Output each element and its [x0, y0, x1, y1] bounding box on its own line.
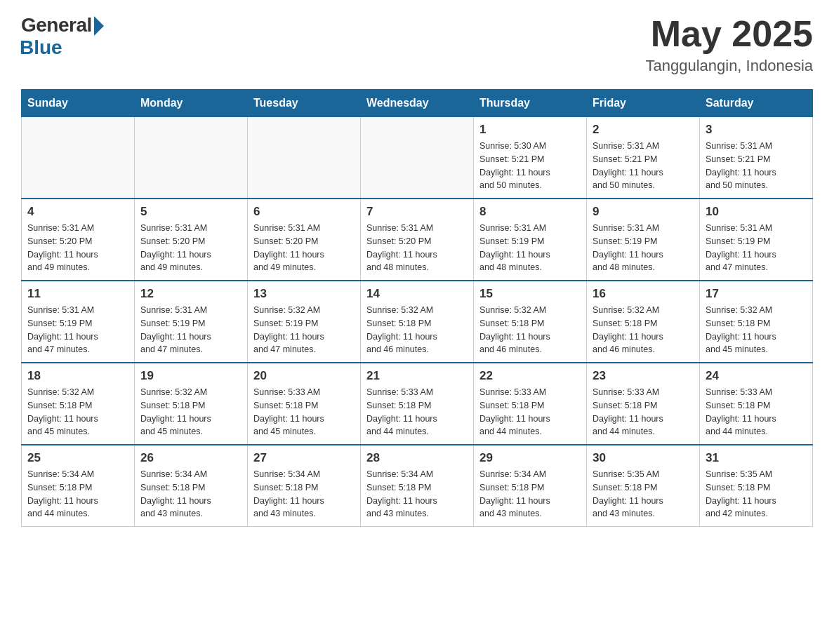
day-info: Sunrise: 5:31 AMSunset: 5:21 PMDaylight:… — [706, 140, 807, 192]
day-number: 26 — [140, 451, 241, 465]
day-number: 21 — [366, 369, 468, 383]
day-info: Sunrise: 5:32 AMSunset: 5:18 PMDaylight:… — [27, 386, 128, 438]
day-number: 11 — [27, 287, 128, 301]
day-info: Sunrise: 5:34 AMSunset: 5:18 PMDaylight:… — [140, 468, 241, 521]
calendar-cell: 5Sunrise: 5:31 AMSunset: 5:20 PMDaylight… — [135, 199, 248, 281]
day-info: Sunrise: 5:31 AMSunset: 5:20 PMDaylight:… — [253, 222, 355, 274]
day-info: Sunrise: 5:33 AMSunset: 5:18 PMDaylight:… — [366, 386, 468, 438]
day-number: 22 — [479, 369, 581, 383]
calendar-cell: 26Sunrise: 5:34 AMSunset: 5:18 PMDayligh… — [135, 445, 248, 527]
calendar-cell: 22Sunrise: 5:33 AMSunset: 5:18 PMDayligh… — [474, 363, 587, 445]
day-number: 7 — [366, 205, 468, 219]
logo-general-text: General — [21, 14, 92, 36]
calendar-cell: 29Sunrise: 5:34 AMSunset: 5:18 PMDayligh… — [474, 445, 587, 527]
day-number: 2 — [593, 123, 694, 137]
calendar-cell: 2Sunrise: 5:31 AMSunset: 5:21 PMDaylight… — [587, 117, 700, 199]
page-header: General Blue May 2025 Tanggulangin, Indo… — [21, 14, 813, 75]
calendar-location: Tanggulangin, Indonesia — [645, 57, 813, 75]
day-info: Sunrise: 5:35 AMSunset: 5:18 PMDaylight:… — [706, 468, 807, 521]
day-number: 14 — [366, 287, 468, 301]
calendar-header-row: SundayMondayTuesdayWednesdayThursdayFrid… — [22, 90, 813, 117]
day-number: 12 — [140, 287, 241, 301]
day-number: 19 — [140, 369, 241, 383]
calendar-cell: 1Sunrise: 5:30 AMSunset: 5:21 PMDaylight… — [474, 117, 587, 199]
day-number: 28 — [366, 451, 468, 465]
day-info: Sunrise: 5:33 AMSunset: 5:18 PMDaylight:… — [706, 386, 807, 438]
calendar-cell: 15Sunrise: 5:32 AMSunset: 5:18 PMDayligh… — [474, 281, 587, 363]
calendar-cell: 16Sunrise: 5:32 AMSunset: 5:18 PMDayligh… — [587, 281, 700, 363]
day-number: 15 — [479, 287, 581, 301]
calendar-cell: 11Sunrise: 5:31 AMSunset: 5:19 PMDayligh… — [22, 281, 135, 363]
day-info: Sunrise: 5:32 AMSunset: 5:18 PMDaylight:… — [479, 304, 581, 356]
day-info: Sunrise: 5:32 AMSunset: 5:18 PMDaylight:… — [140, 386, 241, 438]
calendar-cell: 23Sunrise: 5:33 AMSunset: 5:18 PMDayligh… — [587, 363, 700, 445]
day-info: Sunrise: 5:34 AMSunset: 5:18 PMDaylight:… — [27, 468, 128, 521]
day-info: Sunrise: 5:31 AMSunset: 5:20 PMDaylight:… — [366, 222, 468, 274]
calendar-table: SundayMondayTuesdayWednesdayThursdayFrid… — [21, 89, 813, 527]
day-number: 16 — [593, 287, 694, 301]
day-number: 25 — [27, 451, 128, 465]
day-number: 6 — [253, 205, 355, 219]
calendar-cell: 30Sunrise: 5:35 AMSunset: 5:18 PMDayligh… — [587, 445, 700, 527]
day-info: Sunrise: 5:32 AMSunset: 5:18 PMDaylight:… — [593, 304, 694, 356]
calendar-cell: 9Sunrise: 5:31 AMSunset: 5:19 PMDaylight… — [587, 199, 700, 281]
day-number: 1 — [479, 123, 581, 137]
calendar-cell: 8Sunrise: 5:31 AMSunset: 5:19 PMDaylight… — [474, 199, 587, 281]
calendar-cell: 18Sunrise: 5:32 AMSunset: 5:18 PMDayligh… — [22, 363, 135, 445]
day-number: 10 — [706, 205, 807, 219]
day-info: Sunrise: 5:34 AMSunset: 5:18 PMDaylight:… — [253, 468, 355, 521]
day-info: Sunrise: 5:31 AMSunset: 5:21 PMDaylight:… — [593, 140, 694, 192]
day-info: Sunrise: 5:31 AMSunset: 5:19 PMDaylight:… — [706, 222, 807, 274]
day-number: 5 — [140, 205, 241, 219]
calendar-cell: 7Sunrise: 5:31 AMSunset: 5:20 PMDaylight… — [361, 199, 474, 281]
calendar-cell: 13Sunrise: 5:32 AMSunset: 5:19 PMDayligh… — [248, 281, 361, 363]
day-info: Sunrise: 5:32 AMSunset: 5:19 PMDaylight:… — [253, 304, 355, 356]
logo: General Blue — [21, 14, 104, 59]
day-info: Sunrise: 5:34 AMSunset: 5:18 PMDaylight:… — [479, 468, 581, 521]
calendar-cell: 21Sunrise: 5:33 AMSunset: 5:18 PMDayligh… — [361, 363, 474, 445]
calendar-cell: 27Sunrise: 5:34 AMSunset: 5:18 PMDayligh… — [248, 445, 361, 527]
calendar-cell: 17Sunrise: 5:32 AMSunset: 5:18 PMDayligh… — [700, 281, 813, 363]
day-header-thursday: Thursday — [474, 90, 587, 117]
calendar-cell: 10Sunrise: 5:31 AMSunset: 5:19 PMDayligh… — [700, 199, 813, 281]
calendar-cell — [361, 117, 474, 199]
day-info: Sunrise: 5:31 AMSunset: 5:20 PMDaylight:… — [27, 222, 128, 274]
calendar-cell — [248, 117, 361, 199]
calendar-week-row: 4Sunrise: 5:31 AMSunset: 5:20 PMDaylight… — [22, 199, 813, 281]
day-number: 8 — [479, 205, 581, 219]
day-info: Sunrise: 5:30 AMSunset: 5:21 PMDaylight:… — [479, 140, 581, 192]
calendar-cell: 3Sunrise: 5:31 AMSunset: 5:21 PMDaylight… — [700, 117, 813, 199]
day-info: Sunrise: 5:33 AMSunset: 5:18 PMDaylight:… — [253, 386, 355, 438]
day-info: Sunrise: 5:31 AMSunset: 5:19 PMDaylight:… — [479, 222, 581, 274]
day-info: Sunrise: 5:34 AMSunset: 5:18 PMDaylight:… — [366, 468, 468, 521]
day-number: 29 — [479, 451, 581, 465]
calendar-cell: 28Sunrise: 5:34 AMSunset: 5:18 PMDayligh… — [361, 445, 474, 527]
calendar-cell — [135, 117, 248, 199]
day-header-monday: Monday — [135, 90, 248, 117]
day-number: 9 — [593, 205, 694, 219]
day-number: 24 — [706, 369, 807, 383]
day-number: 18 — [27, 369, 128, 383]
day-header-friday: Friday — [587, 90, 700, 117]
logo-arrow-icon — [94, 16, 104, 36]
day-info: Sunrise: 5:31 AMSunset: 5:19 PMDaylight:… — [27, 304, 128, 356]
day-number: 23 — [593, 369, 694, 383]
calendar-cell: 6Sunrise: 5:31 AMSunset: 5:20 PMDaylight… — [248, 199, 361, 281]
day-header-sunday: Sunday — [22, 90, 135, 117]
day-info: Sunrise: 5:35 AMSunset: 5:18 PMDaylight:… — [593, 468, 694, 521]
calendar-week-row: 18Sunrise: 5:32 AMSunset: 5:18 PMDayligh… — [22, 363, 813, 445]
day-number: 30 — [593, 451, 694, 465]
calendar-cell: 31Sunrise: 5:35 AMSunset: 5:18 PMDayligh… — [700, 445, 813, 527]
logo-blue-text: Blue — [20, 36, 62, 59]
calendar-week-row: 25Sunrise: 5:34 AMSunset: 5:18 PMDayligh… — [22, 445, 813, 527]
day-info: Sunrise: 5:31 AMSunset: 5:20 PMDaylight:… — [140, 222, 241, 274]
day-number: 31 — [706, 451, 807, 465]
day-number: 3 — [706, 123, 807, 137]
day-info: Sunrise: 5:33 AMSunset: 5:18 PMDaylight:… — [593, 386, 694, 438]
calendar-cell: 19Sunrise: 5:32 AMSunset: 5:18 PMDayligh… — [135, 363, 248, 445]
day-number: 13 — [253, 287, 355, 301]
day-info: Sunrise: 5:31 AMSunset: 5:19 PMDaylight:… — [140, 304, 241, 356]
calendar-cell: 14Sunrise: 5:32 AMSunset: 5:18 PMDayligh… — [361, 281, 474, 363]
calendar-cell: 24Sunrise: 5:33 AMSunset: 5:18 PMDayligh… — [700, 363, 813, 445]
day-info: Sunrise: 5:31 AMSunset: 5:19 PMDaylight:… — [593, 222, 694, 274]
